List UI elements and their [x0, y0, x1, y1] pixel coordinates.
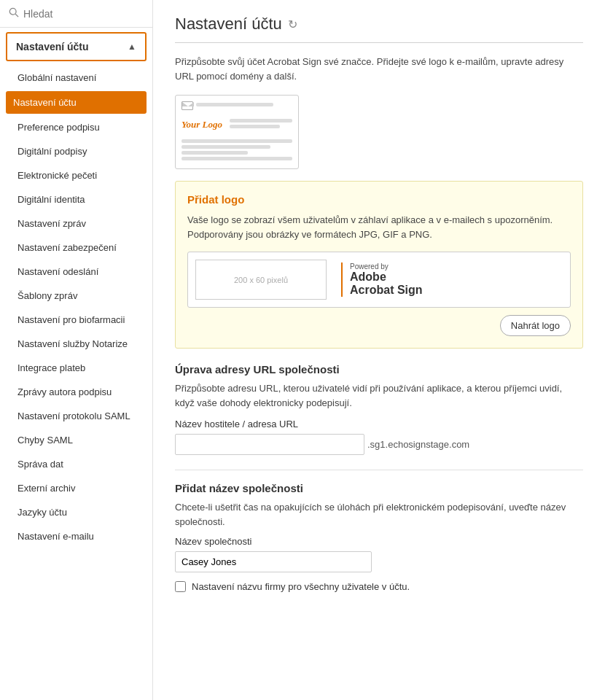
- svg-point-0: [9, 8, 16, 15]
- add-logo-description: Vaše logo se zobrazí všem uživatelům v z…: [187, 213, 571, 241]
- add-logo-section: Přidat logo Vaše logo se zobrazí všem už…: [175, 181, 583, 349]
- sidebar-item-message-templates[interactable]: Šablony zpráv: [0, 284, 152, 308]
- company-name-input[interactable]: [175, 551, 372, 572]
- sidebar-item-saml[interactable]: Nastavení protokolu SAML: [0, 404, 152, 428]
- svg-line-1: [15, 14, 18, 17]
- sidebar-item-send-settings[interactable]: Nastavení odeslání: [0, 260, 152, 284]
- url-description: Přizpůsobte adresu URL, kterou uživatelé…: [175, 381, 583, 410]
- sidebar-item-external-archive[interactable]: Externí archiv: [0, 476, 152, 500]
- search-input[interactable]: [23, 8, 144, 20]
- url-input-row: .sg1.echosignstage.com: [175, 434, 583, 455]
- company-checkbox-label: Nastavení názvu firmy pro všechny uživat…: [192, 581, 410, 592]
- email-header: [182, 101, 292, 110]
- sidebar-item-security-settings[interactable]: Nastavení zabezpečení: [0, 236, 152, 260]
- sidebar-item-digital-identity[interactable]: Digitální identita: [0, 187, 152, 211]
- add-logo-desc-line2: Podporovány jsou obrázky ve formátech JP…: [187, 229, 432, 240]
- refresh-icon[interactable]: ↻: [288, 18, 297, 31]
- section-divider: [175, 470, 583, 470]
- sidebar-item-electronic-seals[interactable]: Elektronické pečeti: [0, 163, 152, 187]
- page-title: Nastavení účtu: [175, 15, 282, 34]
- add-logo-desc-line1: Vaše logo se zobrazí všem uživatelům v z…: [187, 214, 553, 225]
- sidebar: Nastavení účtu ▲ Globální nastavení Nast…: [0, 0, 153, 700]
- url-input[interactable]: [175, 434, 364, 455]
- company-checkbox-row: Nastavení názvu firmy pro všechny uživat…: [175, 581, 583, 592]
- sidebar-item-payment[interactable]: Integrace plateb: [0, 356, 152, 380]
- company-field-label: Název společnosti: [175, 536, 583, 547]
- company-section: Přidat název společnosti Chcete-li ušetř…: [175, 482, 583, 592]
- url-section: Úprava adresy URL společnosti Přizpůsobt…: [175, 363, 583, 455]
- acrobat-sign-text: Acrobat Sign: [350, 284, 423, 297]
- sidebar-item-global-settings[interactable]: Globální nastavení: [0, 66, 152, 90]
- logo-upload-placeholder: 200 x 60 pixelů: [195, 260, 327, 300]
- sidebar-item-saml-errors[interactable]: Chyby SAML: [0, 428, 152, 452]
- sidebar-item-biopharma[interactable]: Nastavení pro biofarmacii: [0, 308, 152, 332]
- upload-logo-button[interactable]: Nahrát logo: [500, 315, 571, 336]
- main-content: Nastavení účtu ↻ Přizpůsobte svůj účet A…: [153, 0, 605, 700]
- logo-size-label: 200 x 60 pixelů: [234, 276, 288, 284]
- sidebar-item-digital-signatures[interactable]: Digitální podpisy: [0, 139, 152, 163]
- nav-section-header[interactable]: Nastavení účtu ▲: [6, 32, 147, 61]
- page-header: Nastavení účtu ↻: [175, 15, 583, 43]
- company-description: Chcete-li ušetřit čas na opakujících se …: [175, 500, 583, 529]
- sidebar-item-account-settings[interactable]: Nastavení účtu: [6, 91, 147, 114]
- adobe-text: Adobe: [350, 271, 386, 284]
- sidebar-nav: Globální nastavení Nastavení účtu Prefer…: [0, 66, 152, 548]
- add-logo-title: Přidat logo: [187, 193, 571, 206]
- email-preview: Your Logo: [175, 95, 299, 169]
- sidebar-item-languages[interactable]: Jazyky účtu: [0, 500, 152, 524]
- upload-btn-row: Nahrát logo: [187, 315, 571, 336]
- sidebar-item-signer-messages[interactable]: Zprávy autora podpisu: [0, 380, 152, 404]
- url-suffix: .sg1.echosignstage.com: [367, 439, 469, 450]
- search-icon: [9, 7, 19, 20]
- chevron-up-icon: ▲: [128, 42, 136, 52]
- sidebar-item-signature-preferences[interactable]: Preference podpisu: [0, 115, 152, 139]
- sidebar-item-message-settings[interactable]: Nastavení zpráv: [0, 211, 152, 236]
- company-section-title: Přidat název společnosti: [175, 482, 583, 494]
- powered-by-text: Powered by: [350, 262, 389, 271]
- sidebar-item-email-settings[interactable]: Nastavení e-mailu: [0, 524, 152, 548]
- nav-section-label: Nastavení účtu: [16, 41, 89, 52]
- envelope-icon: [182, 101, 193, 110]
- powered-by-logo: Powered by Adobe Acrobat Sign: [341, 262, 423, 297]
- logo-preview-area: Your Logo: [182, 114, 292, 135]
- page-description: Přizpůsobte svůj účet Acrobat Sign své z…: [175, 55, 583, 83]
- url-field-label: Název hostitele / adresa URL: [175, 419, 583, 429]
- url-section-title: Úprava adresy URL společnosti: [175, 363, 583, 376]
- sidebar-item-data-management[interactable]: Správa dat: [0, 452, 152, 476]
- logo-upload-area: 200 x 60 pixelů Powered by Adobe Acrobat…: [187, 252, 571, 308]
- company-name-all-users-checkbox[interactable]: [175, 581, 186, 592]
- logo-text-preview: Your Logo: [182, 119, 222, 131]
- sidebar-item-notarize[interactable]: Nastavení služby Notarize: [0, 332, 152, 356]
- search-box[interactable]: [0, 0, 152, 28]
